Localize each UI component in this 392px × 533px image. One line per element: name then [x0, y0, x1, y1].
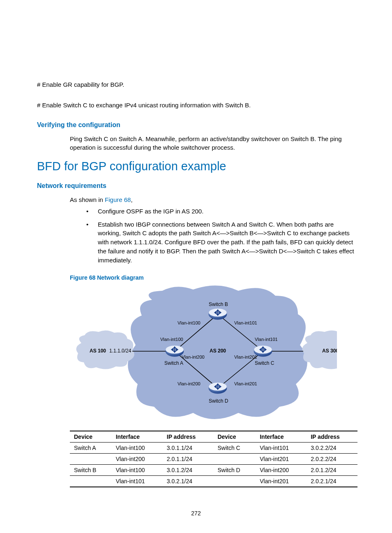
cell: Switch D: [213, 465, 256, 476]
cell: Vlan-int200: [112, 454, 163, 465]
as-shown-line: As shown in Figure 68,: [70, 195, 355, 204]
cell: 2.0.2.1/24: [307, 476, 357, 487]
swB-label: Switch B: [209, 301, 228, 307]
cell: 3.0.2.2/24: [307, 443, 357, 454]
ip-address-table: Device Interface IP address Device Inter…: [70, 431, 357, 487]
cell: [70, 476, 112, 487]
network-diagram: AS 100 1.1.1.0/24 AS 200 AS 300 Switch B…: [70, 283, 337, 425]
cell: Vlan-int101: [112, 476, 163, 487]
v101b: Vlan-int101: [255, 337, 278, 342]
as-shown-prefix: As shown in: [70, 196, 105, 203]
as100-label: AS 100: [90, 348, 106, 354]
cell: Vlan-int201: [256, 454, 307, 465]
verifying-body: Ping Switch C on Switch A. Meanwhile, pe…: [70, 134, 355, 153]
cell: Switch A: [70, 443, 112, 454]
figure-link[interactable]: Figure 68: [105, 196, 131, 203]
v100b: Vlan-int100: [160, 337, 183, 342]
cell: [213, 454, 256, 465]
cell: [213, 476, 256, 487]
cell: 3.0.2.1/24: [163, 476, 214, 487]
cell: Switch B: [70, 465, 112, 476]
swA-label: Switch A: [164, 360, 183, 366]
cell: 2.0.1.2/24: [307, 465, 357, 476]
th-device: Device: [70, 431, 112, 443]
enable-gr-line: # Enable GR capability for BGP.: [37, 80, 355, 89]
netreq-heading: Network requirements: [37, 182, 355, 190]
verifying-heading: Verifying the configuration: [37, 121, 355, 129]
list-item: Establish two IBGP connections between S…: [86, 220, 355, 265]
router-icon: [209, 308, 227, 320]
cell: 2.0.1.1/24: [163, 454, 214, 465]
router-icon: [166, 345, 184, 357]
cell: 3.0.1.2/24: [163, 465, 214, 476]
page-number: 272: [0, 510, 392, 517]
v201b: Vlan-int201: [234, 381, 257, 386]
cell: 2.0.2.2/24: [307, 454, 357, 465]
as200-label: AS 200: [210, 348, 226, 354]
requirements-list: Configure OSPF as the IGP in AS 200. Est…: [37, 207, 355, 265]
v100a: Vlan-int100: [178, 320, 201, 325]
cell: [70, 454, 112, 465]
table-row: Switch B Vlan-int100 3.0.1.2/24 Switch D…: [70, 465, 357, 476]
cell: Vlan-int100: [112, 443, 163, 454]
th-ip2: IP address: [307, 431, 357, 443]
v201a: Vlan-int201: [234, 355, 257, 359]
th-interface: Interface: [112, 431, 163, 443]
cell: Vlan-int100: [112, 465, 163, 476]
table-row: Vlan-int200 2.0.1.1/24 Vlan-int201 2.0.2…: [70, 454, 357, 465]
table-header-row: Device Interface IP address Device Inter…: [70, 431, 357, 443]
swD-label: Switch D: [209, 398, 228, 404]
as-shown-comma: ,: [131, 196, 132, 203]
enable-exchange-line: # Enable Switch C to exchange IPv4 unica…: [37, 101, 355, 110]
figure-caption: Figure 68 Network diagram: [70, 274, 355, 281]
cell: Vlan-int101: [256, 443, 307, 454]
th-ip: IP address: [163, 431, 214, 443]
swC-label: Switch C: [255, 360, 274, 366]
v200b: Vlan-int200: [178, 381, 201, 386]
th-interface2: Interface: [256, 431, 307, 443]
section-title: BFD for BGP configuration example: [37, 160, 355, 173]
list-item: Configure OSPF as the IGP in AS 200.: [86, 207, 355, 216]
router-icon: [209, 382, 227, 394]
as300-label: AS 300: [322, 348, 337, 354]
net-label: 1.1.1.0/24: [109, 348, 131, 354]
cell: Switch C: [213, 443, 256, 454]
cell: 3.0.1.1/24: [163, 443, 214, 454]
v200a: Vlan-int200: [182, 355, 205, 359]
table-row: Switch A Vlan-int100 3.0.1.1/24 Switch C…: [70, 443, 357, 454]
table-row: Vlan-int101 3.0.2.1/24 Vlan-int201 2.0.2…: [70, 476, 357, 487]
v101a: Vlan-int101: [234, 320, 257, 325]
th-device2: Device: [213, 431, 256, 443]
cell: Vlan-int201: [256, 476, 307, 487]
cell: Vlan-int200: [256, 465, 307, 476]
